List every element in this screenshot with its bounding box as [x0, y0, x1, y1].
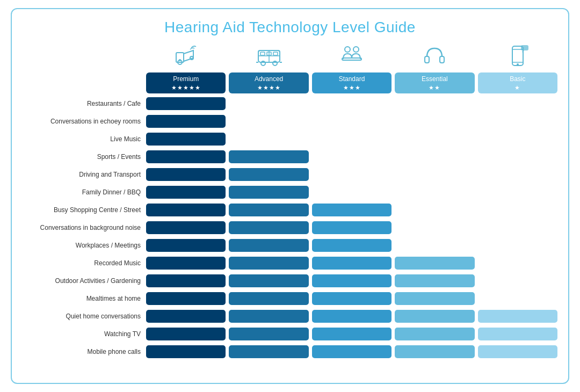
table-row: Sports / Events — [23, 149, 557, 165]
cell-basic — [478, 310, 557, 323]
cell-basic — [478, 186, 557, 199]
cell-standard — [312, 310, 392, 323]
cell-premium — [146, 97, 226, 110]
svg-rect-9 — [260, 52, 265, 55]
basic-stars: ★ — [480, 84, 555, 91]
row-cells — [146, 166, 557, 183]
svg-rect-17 — [425, 56, 429, 63]
col-essential: Essential ★★ — [395, 41, 474, 93]
col-standard: Standard ★★★ — [312, 41, 392, 93]
cell-advanced — [229, 328, 308, 340]
cell-standard — [312, 292, 392, 305]
cell-premium — [146, 274, 226, 287]
table-wrapper: Premium ★★★★★ — [23, 41, 557, 375]
row-label: Busy Shopping Centre / Street — [23, 206, 146, 214]
advanced-label: Advanced — [231, 75, 306, 84]
row-label: Conversations in echoey rooms — [23, 118, 146, 125]
table-row: Watching TV — [23, 326, 557, 342]
cell-essential — [395, 168, 474, 181]
table-row: Busy Shopping Centre / Street — [23, 202, 557, 218]
cell-advanced — [229, 204, 308, 216]
cell-premium — [146, 292, 226, 305]
page-title: Hearing Aid Technology Level Guide — [23, 19, 557, 36]
main-card: Hearing Aid Technology Level Guide — [11, 8, 569, 384]
row-cells — [146, 291, 557, 307]
cell-basic — [478, 328, 557, 340]
row-label: Recorded Music — [23, 259, 146, 267]
cell-advanced — [229, 310, 308, 323]
row-label: Restaurants / Cafe — [23, 100, 146, 107]
cell-basic — [478, 97, 557, 110]
cell-premium — [146, 239, 226, 252]
svg-point-22 — [517, 63, 519, 66]
row-cells — [146, 237, 557, 253]
cell-essential — [395, 221, 474, 234]
row-cells — [146, 96, 557, 112]
cell-essential — [395, 97, 474, 110]
cell-essential — [395, 133, 474, 146]
cell-basic — [478, 204, 557, 216]
table-row: Workplaces / Meetings — [23, 237, 557, 253]
cell-essential — [395, 328, 474, 340]
row-cells — [146, 344, 557, 360]
cell-essential — [395, 150, 474, 163]
standard-stars: ★★★ — [314, 84, 389, 91]
cell-basic — [478, 168, 557, 181]
table-row: Conversations in background noise — [23, 220, 557, 236]
standard-icon — [339, 41, 365, 70]
svg-point-15 — [353, 47, 359, 52]
essential-icon — [422, 41, 447, 70]
advanced-stars: ★★★★ — [231, 84, 306, 91]
cell-basic — [478, 345, 557, 358]
cell-advanced — [229, 186, 308, 199]
cell-premium — [146, 115, 226, 128]
tier-headers: Premium ★★★★★ — [146, 41, 557, 93]
cell-essential — [395, 345, 474, 358]
col-premium: Premium ★★★★★ — [146, 41, 226, 93]
table-row: Quiet home conversations — [23, 308, 557, 324]
cell-advanced — [229, 150, 308, 163]
advanced-badge: Advanced ★★★★ — [229, 72, 308, 93]
cell-standard — [312, 186, 392, 199]
table-row: Restaurants / Cafe — [23, 96, 557, 112]
premium-label: Premium — [148, 75, 223, 84]
cell-essential — [395, 186, 474, 199]
cell-basic — [478, 150, 557, 163]
row-label: Family Dinner / BBQ — [23, 188, 146, 196]
row-label: Workplaces / Meetings — [23, 242, 146, 249]
svg-rect-11 — [273, 52, 278, 55]
table-row: Live Music — [23, 131, 557, 147]
cell-standard — [312, 328, 392, 340]
row-cells — [146, 308, 557, 324]
row-cells — [146, 255, 557, 271]
table-row: Recorded Music — [23, 255, 557, 271]
row-cells — [146, 202, 557, 218]
data-rows: Restaurants / CafeConversations in echoe… — [23, 96, 557, 375]
row-cells — [146, 149, 557, 165]
cell-premium — [146, 345, 226, 358]
cell-advanced — [229, 257, 308, 270]
row-label: Sports / Events — [23, 153, 146, 161]
row-cells — [146, 184, 557, 200]
cell-standard — [312, 97, 392, 110]
cell-premium — [146, 257, 226, 270]
table-row: Mealtimes at home — [23, 291, 557, 307]
cell-advanced — [229, 133, 308, 146]
standard-badge: Standard ★★★ — [312, 72, 392, 93]
advanced-icon — [256, 41, 282, 70]
cell-essential — [395, 257, 474, 270]
cell-standard — [312, 115, 392, 128]
col-basic: Basic ★ — [478, 41, 557, 93]
row-label: Outdoor Activities / Gardening — [23, 277, 146, 285]
cell-standard — [312, 168, 392, 181]
cell-standard — [312, 150, 392, 163]
svg-rect-18 — [440, 56, 444, 63]
cell-advanced — [229, 239, 308, 252]
svg-point-2 — [179, 59, 181, 61]
cell-essential — [395, 115, 474, 128]
row-label: Watching TV — [23, 330, 146, 338]
cell-essential — [395, 204, 474, 216]
row-cells — [146, 113, 557, 129]
cell-standard — [312, 345, 392, 358]
basic-icon — [505, 41, 531, 70]
